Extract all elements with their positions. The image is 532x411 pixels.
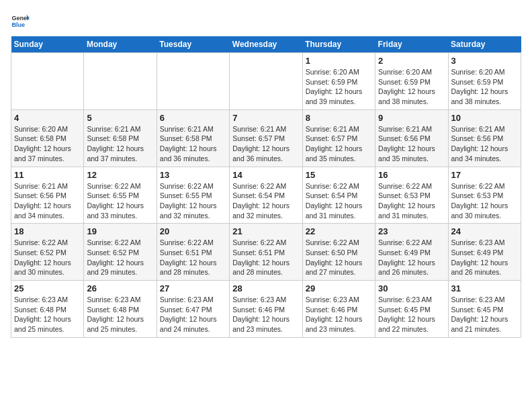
day-number: 20	[160, 226, 226, 236]
day-number: 26	[87, 283, 153, 293]
day-number: 1	[306, 56, 372, 66]
day-number: 29	[306, 283, 372, 293]
calendar-cell: 12Sunrise: 6:22 AM Sunset: 6:55 PM Dayli…	[84, 167, 157, 224]
day-info: Sunrise: 6:23 AM Sunset: 6:45 PM Dayligh…	[378, 295, 445, 334]
day-info: Sunrise: 6:22 AM Sunset: 6:51 PM Dayligh…	[160, 238, 226, 277]
day-info: Sunrise: 6:21 AM Sunset: 6:57 PM Dayligh…	[232, 124, 299, 164]
calendar-cell: 23Sunrise: 6:22 AM Sunset: 6:49 PM Dayli…	[375, 224, 448, 281]
calendar-cell	[11, 53, 84, 110]
day-info: Sunrise: 6:23 AM Sunset: 6:46 PM Dayligh…	[232, 295, 299, 334]
day-info: Sunrise: 6:23 AM Sunset: 6:48 PM Dayligh…	[87, 295, 153, 334]
day-number: 18	[14, 226, 81, 236]
day-info: Sunrise: 6:20 AM Sunset: 6:59 PM Dayligh…	[378, 67, 445, 107]
calendar-cell: 6Sunrise: 6:21 AM Sunset: 6:58 PM Daylig…	[157, 109, 229, 167]
day-number: 8	[306, 113, 372, 123]
calendar-cell: 9Sunrise: 6:21 AM Sunset: 6:56 PM Daylig…	[375, 109, 448, 167]
calendar-cell: 28Sunrise: 6:23 AM Sunset: 6:46 PM Dayli…	[230, 281, 302, 338]
calendar-cell: 16Sunrise: 6:22 AM Sunset: 6:53 PM Dayli…	[375, 167, 448, 224]
day-number: 22	[306, 226, 372, 236]
calendar-cell: 13Sunrise: 6:22 AM Sunset: 6:55 PM Dayli…	[157, 167, 229, 224]
day-info: Sunrise: 6:22 AM Sunset: 6:55 PM Dayligh…	[87, 181, 153, 221]
calendar-cell: 4Sunrise: 6:20 AM Sunset: 6:58 PM Daylig…	[11, 109, 84, 167]
calendar-cell: 22Sunrise: 6:22 AM Sunset: 6:50 PM Dayli…	[302, 224, 375, 281]
day-number: 4	[14, 113, 81, 123]
day-info: Sunrise: 6:22 AM Sunset: 6:52 PM Dayligh…	[14, 238, 81, 277]
day-info: Sunrise: 6:20 AM Sunset: 6:59 PM Dayligh…	[451, 67, 518, 107]
calendar-cell: 26Sunrise: 6:23 AM Sunset: 6:48 PM Dayli…	[84, 281, 157, 338]
day-number: 14	[232, 170, 299, 180]
day-info: Sunrise: 6:22 AM Sunset: 6:53 PM Dayligh…	[451, 181, 518, 221]
day-number: 21	[232, 226, 299, 236]
day-info: Sunrise: 6:22 AM Sunset: 6:50 PM Dayligh…	[306, 238, 372, 277]
calendar-week-row: 18Sunrise: 6:22 AM Sunset: 6:52 PM Dayli…	[11, 224, 521, 281]
page-header: General Blue	[11, 11, 521, 30]
day-number: 10	[451, 113, 518, 123]
calendar-cell: 27Sunrise: 6:23 AM Sunset: 6:47 PM Dayli…	[157, 281, 229, 338]
calendar-cell: 21Sunrise: 6:22 AM Sunset: 6:51 PM Dayli…	[230, 224, 302, 281]
day-number: 28	[232, 283, 299, 293]
day-number: 27	[160, 283, 226, 293]
calendar-cell: 1Sunrise: 6:20 AM Sunset: 6:59 PM Daylig…	[302, 53, 375, 110]
day-info: Sunrise: 6:22 AM Sunset: 6:54 PM Dayligh…	[306, 181, 372, 221]
day-info: Sunrise: 6:23 AM Sunset: 6:49 PM Dayligh…	[451, 238, 518, 277]
calendar-week-row: 25Sunrise: 6:23 AM Sunset: 6:48 PM Dayli…	[11, 281, 521, 338]
day-number: 19	[87, 226, 153, 236]
calendar-cell	[84, 53, 157, 110]
day-info: Sunrise: 6:21 AM Sunset: 6:56 PM Dayligh…	[378, 124, 445, 164]
day-number: 11	[14, 170, 81, 180]
calendar-cell: 18Sunrise: 6:22 AM Sunset: 6:52 PM Dayli…	[11, 224, 84, 281]
day-info: Sunrise: 6:22 AM Sunset: 6:52 PM Dayligh…	[87, 238, 153, 277]
weekday-header-thursday: Thursday	[302, 36, 375, 53]
calendar-cell	[157, 53, 229, 110]
calendar-week-row: 11Sunrise: 6:21 AM Sunset: 6:56 PM Dayli…	[11, 167, 521, 224]
day-info: Sunrise: 6:22 AM Sunset: 6:53 PM Dayligh…	[378, 181, 445, 221]
calendar-cell: 15Sunrise: 6:22 AM Sunset: 6:54 PM Dayli…	[302, 167, 375, 224]
calendar-week-row: 4Sunrise: 6:20 AM Sunset: 6:58 PM Daylig…	[11, 109, 521, 167]
day-info: Sunrise: 6:21 AM Sunset: 6:58 PM Dayligh…	[160, 124, 226, 164]
calendar-cell: 30Sunrise: 6:23 AM Sunset: 6:45 PM Dayli…	[375, 281, 448, 338]
calendar-cell: 7Sunrise: 6:21 AM Sunset: 6:57 PM Daylig…	[230, 109, 302, 167]
calendar-body: 1Sunrise: 6:20 AM Sunset: 6:59 PM Daylig…	[11, 53, 521, 338]
day-number: 3	[451, 56, 518, 66]
day-info: Sunrise: 6:23 AM Sunset: 6:47 PM Dayligh…	[160, 295, 226, 334]
calendar-cell: 20Sunrise: 6:22 AM Sunset: 6:51 PM Dayli…	[157, 224, 229, 281]
day-number: 2	[378, 56, 445, 66]
day-info: Sunrise: 6:20 AM Sunset: 6:58 PM Dayligh…	[14, 124, 81, 164]
calendar-cell: 19Sunrise: 6:22 AM Sunset: 6:52 PM Dayli…	[84, 224, 157, 281]
day-number: 25	[14, 283, 81, 293]
day-info: Sunrise: 6:23 AM Sunset: 6:45 PM Dayligh…	[451, 295, 518, 334]
day-info: Sunrise: 6:21 AM Sunset: 6:56 PM Dayligh…	[14, 181, 81, 221]
calendar-cell: 24Sunrise: 6:23 AM Sunset: 6:49 PM Dayli…	[448, 224, 521, 281]
svg-text:Blue: Blue	[11, 21, 25, 28]
day-number: 30	[378, 283, 445, 293]
weekday-header-tuesday: Tuesday	[157, 36, 229, 53]
day-info: Sunrise: 6:22 AM Sunset: 6:49 PM Dayligh…	[378, 238, 445, 277]
calendar-cell: 2Sunrise: 6:20 AM Sunset: 6:59 PM Daylig…	[375, 53, 448, 110]
calendar-cell: 5Sunrise: 6:21 AM Sunset: 6:58 PM Daylig…	[84, 109, 157, 167]
day-info: Sunrise: 6:22 AM Sunset: 6:55 PM Dayligh…	[160, 181, 226, 221]
calendar-cell	[230, 53, 302, 110]
calendar-cell: 31Sunrise: 6:23 AM Sunset: 6:45 PM Dayli…	[448, 281, 521, 338]
weekday-header-monday: Monday	[84, 36, 157, 53]
day-info: Sunrise: 6:23 AM Sunset: 6:48 PM Dayligh…	[14, 295, 81, 334]
day-number: 16	[378, 170, 445, 180]
day-info: Sunrise: 6:20 AM Sunset: 6:59 PM Dayligh…	[306, 67, 372, 107]
day-number: 13	[160, 170, 226, 180]
day-info: Sunrise: 6:22 AM Sunset: 6:51 PM Dayligh…	[232, 238, 299, 277]
day-info: Sunrise: 6:21 AM Sunset: 6:58 PM Dayligh…	[87, 124, 153, 164]
calendar-cell: 8Sunrise: 6:21 AM Sunset: 6:57 PM Daylig…	[302, 109, 375, 167]
day-number: 12	[87, 170, 153, 180]
day-info: Sunrise: 6:21 AM Sunset: 6:57 PM Dayligh…	[306, 124, 372, 164]
calendar-cell: 29Sunrise: 6:23 AM Sunset: 6:46 PM Dayli…	[302, 281, 375, 338]
calendar-cell: 25Sunrise: 6:23 AM Sunset: 6:48 PM Dayli…	[11, 281, 84, 338]
calendar-cell: 3Sunrise: 6:20 AM Sunset: 6:59 PM Daylig…	[448, 53, 521, 110]
calendar-table: SundayMondayTuesdayWednesdayThursdayFrid…	[11, 36, 521, 338]
day-number: 24	[451, 226, 518, 236]
day-number: 17	[451, 170, 518, 180]
calendar-cell: 14Sunrise: 6:22 AM Sunset: 6:54 PM Dayli…	[230, 167, 302, 224]
day-info: Sunrise: 6:23 AM Sunset: 6:46 PM Dayligh…	[306, 295, 372, 334]
day-info: Sunrise: 6:22 AM Sunset: 6:54 PM Dayligh…	[232, 181, 299, 221]
calendar-header-row: SundayMondayTuesdayWednesdayThursdayFrid…	[11, 36, 521, 53]
weekday-header-saturday: Saturday	[448, 36, 521, 53]
calendar-cell: 11Sunrise: 6:21 AM Sunset: 6:56 PM Dayli…	[11, 167, 84, 224]
